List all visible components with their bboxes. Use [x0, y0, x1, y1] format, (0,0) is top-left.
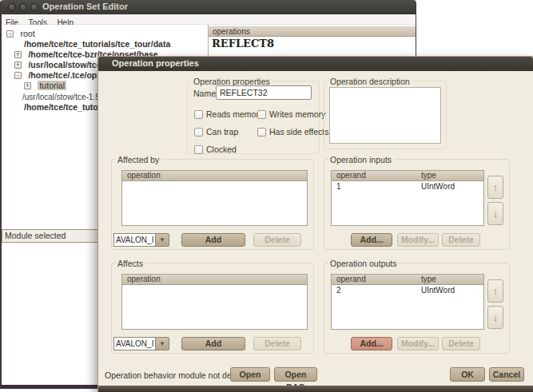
outputs-column-header[interactable]: operand type: [332, 275, 483, 285]
column-label: operation: [127, 171, 161, 180]
checkbox-row-writes-memory[interactable]: Writes memory: [257, 106, 325, 117]
tree-collapse-icon[interactable]: -: [6, 30, 14, 38]
operand-cell: 1: [336, 182, 341, 191]
input-operand-row[interactable]: 1 UIntWord: [332, 181, 483, 192]
type-cell: UIntWord: [421, 285, 455, 295]
tree-item-stow-tce[interactable]: + /usr/local/stow/tce-1.: [14, 57, 111, 67]
group-label: Operation outputs: [328, 259, 399, 268]
affects-add-button[interactable]: Add: [181, 337, 245, 350]
open-button[interactable]: Open: [230, 367, 270, 382]
group-label: Operation inputs: [328, 155, 394, 164]
operand-column-label: operand: [336, 171, 366, 180]
inputs-delete-button[interactable]: Delete: [442, 233, 480, 247]
affected-by-add-button[interactable]: Add: [181, 233, 245, 247]
checkbox-label: Can trap: [206, 127, 238, 137]
affects-combo[interactable]: AVALON_I ▾: [113, 337, 169, 350]
operation-description-textarea[interactable]: [329, 87, 441, 144]
editor-menubar: File Tools Help: [2, 14, 416, 25]
inputs-modify-button[interactable]: Modify...: [397, 233, 439, 247]
open-dag-button[interactable]: Open DAG: [274, 367, 317, 382]
editor-titlebar[interactable]: Operation Set Editor: [2, 0, 416, 14]
group-label: Affects: [115, 259, 145, 268]
name-label: Name:: [193, 89, 218, 98]
checkbox-label: Has side effects: [269, 127, 329, 137]
outputs-move-up-button[interactable]: ↑: [487, 279, 503, 303]
affected-by-group: Affected by operation AVALON_I ▾ Add Del…: [111, 159, 314, 250]
tree-item-tce-tutorials[interactable]: /home/tce/tce_tutoria: [24, 99, 109, 109]
type-cell: UIntWord: [421, 181, 455, 192]
status-text: Module selected: [5, 231, 66, 240]
operand-cell: 2: [336, 286, 341, 295]
operation-inputs-group: Operation inputs operand type 1 UIntWord…: [324, 159, 510, 250]
outputs-delete-button[interactable]: Delete: [442, 337, 480, 350]
affected-by-combo[interactable]: AVALON_I ▾: [113, 233, 169, 247]
group-label: Operation description: [328, 77, 412, 86]
reads-memory-checkbox[interactable]: [194, 110, 203, 119]
operations-column-label: operations: [213, 27, 250, 36]
outputs-modify-button[interactable]: Modify...: [397, 337, 439, 350]
operation-inputs-list[interactable]: operand type 1 UIntWord: [331, 170, 484, 226]
chevron-down-icon[interactable]: ▾: [155, 337, 169, 350]
affects-column-header[interactable]: operation: [122, 275, 307, 285]
window-title: Operation Set Editor: [42, 2, 128, 11]
outputs-add-button[interactable]: Add...: [351, 337, 392, 350]
checkbox-row-clocked[interactable]: Clocked: [194, 141, 237, 152]
checkbox-label: Writes memory: [269, 109, 325, 119]
dialog-bottom-edge: [98, 386, 533, 392]
dialog-title: Operation properties: [112, 58, 199, 68]
affected-by-column-header[interactable]: operation: [122, 171, 307, 181]
type-column-label: type: [421, 171, 436, 180]
inputs-column-header[interactable]: operand type: [332, 171, 483, 181]
operation-outputs-group: Operation outputs operand type 2 UIntWor…: [324, 263, 510, 354]
affected-by-delete-button[interactable]: Delete: [253, 233, 301, 247]
affects-group: Affects operation AVALON_I ▾ Add Delete: [111, 263, 314, 354]
checkbox-row-reads-memory[interactable]: Reads memory: [194, 106, 263, 117]
output-operand-row[interactable]: 2 UIntWord: [332, 285, 483, 295]
group-label: Affected by: [115, 155, 161, 164]
tree-item-root[interactable]: - root: [6, 26, 35, 36]
window-maximize-button[interactable]: [30, 3, 38, 11]
name-input[interactable]: [216, 85, 312, 100]
checkbox-row-has-side-effects[interactable]: Has side effects: [257, 124, 329, 134]
inputs-move-up-button[interactable]: ↑: [487, 176, 503, 199]
tree-item-label: /home/tce/tce_tutoria: [24, 102, 109, 112]
dialog-titlebar[interactable]: Operation properties: [98, 57, 533, 71]
window-minimize-button[interactable]: [19, 3, 27, 11]
inputs-add-button[interactable]: Add...: [351, 233, 392, 247]
writes-memory-checkbox[interactable]: [257, 110, 266, 119]
affected-by-list[interactable]: operation: [121, 170, 308, 226]
checkbox-label: Reads memory: [206, 109, 263, 119]
combo-value[interactable]: AVALON_I: [113, 233, 156, 247]
combo-value[interactable]: AVALON_I: [113, 337, 156, 350]
has-side-effects-checkbox[interactable]: [257, 128, 266, 137]
operation-description-group: Operation description: [324, 81, 447, 149]
inputs-move-down-button[interactable]: ↓: [487, 202, 503, 225]
operand-column-label: operand: [336, 275, 366, 283]
checkbox-row-can-trap[interactable]: Can trap: [194, 124, 238, 134]
window-close-button[interactable]: [8, 3, 16, 11]
chevron-down-icon[interactable]: ▾: [155, 233, 169, 247]
operations-column-header[interactable]: operations: [209, 26, 416, 37]
tree-collapse-icon[interactable]: -: [14, 72, 22, 79]
tree-item-tutorial-selected[interactable]: + tutorial: [24, 77, 66, 88]
clocked-checkbox[interactable]: [194, 145, 203, 154]
affects-list[interactable]: operation: [121, 274, 308, 330]
operation-outputs-list[interactable]: operand type 2 UIntWord: [331, 274, 484, 330]
outputs-move-down-button[interactable]: ↓: [487, 306, 503, 329]
ok-button[interactable]: OK: [450, 367, 485, 382]
desktop: Operation Set Editor File Tools Help - r…: [0, 0, 533, 392]
can-trap-checkbox[interactable]: [194, 128, 203, 137]
type-column-label: type: [421, 275, 436, 284]
column-label: operation: [127, 275, 161, 283]
checkbox-label: Clocked: [206, 145, 237, 154]
operation-properties-dialog: Operation properties Operation propertie…: [97, 56, 533, 392]
tree-item-tce-tour-data[interactable]: /home/tce/tce_tutorials/tce_tour/data: [24, 36, 170, 46]
cancel-button[interactable]: Cancel: [489, 367, 524, 382]
operation-properties-group: Operation properties Name: Reads memory …: [187, 81, 320, 154]
operation-list-item[interactable]: REFLECT8: [209, 38, 416, 50]
affects-delete-button[interactable]: Delete: [253, 337, 301, 350]
